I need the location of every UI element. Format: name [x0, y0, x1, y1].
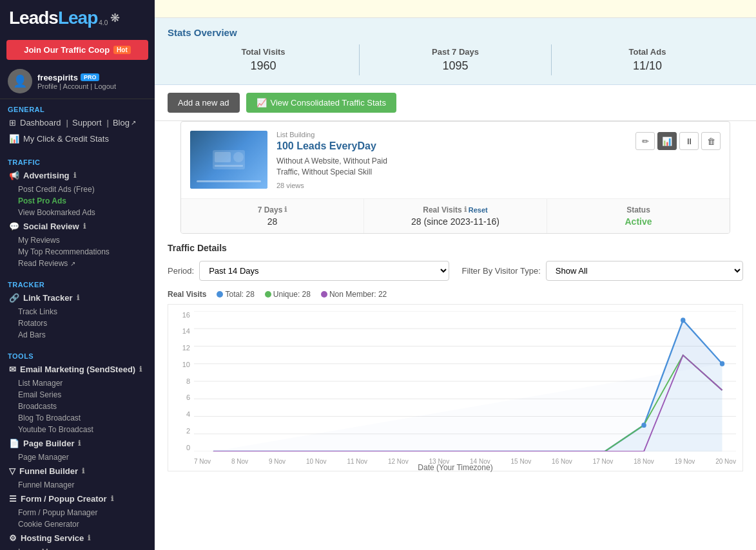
sidebar-sub-post-pro[interactable]: Post Pro Ads	[0, 195, 155, 207]
sidebar-item-email-marketing[interactable]: ✉ Email Marketing (SendSteed) ℹ	[0, 361, 155, 377]
sidebar-sub-blog-broadcast[interactable]: Blog To Broadcast	[0, 412, 155, 424]
reset-link[interactable]: Reset	[469, 206, 488, 214]
account-link[interactable]: Account	[63, 82, 89, 90]
legend-total: Total: 28	[217, 290, 254, 299]
add-new-ad-button[interactable]: Add a new ad	[168, 93, 240, 113]
action-bar: Add a new ad 📈 View Consolidated Traffic…	[155, 85, 756, 121]
sidebar-item-click-stats[interactable]: 📊 My Click & Credit Stats	[0, 131, 155, 147]
sidebar-sub-broadcasts[interactable]: Broadcasts	[0, 401, 155, 412]
edit-ad-button[interactable]: ✏	[635, 132, 655, 150]
delete-ad-button[interactable]: 🗑	[701, 132, 721, 150]
legend-nonmember: Non Member: 22	[321, 290, 387, 299]
logo-flower-icon: ❋	[110, 11, 120, 25]
sidebar-sub-page-manager[interactable]: Page Manager	[0, 451, 155, 463]
pause-ad-button[interactable]: ⏸	[679, 132, 699, 150]
info-icon-funnel: ℹ	[82, 467, 84, 475]
sidebar-item-social-review[interactable]: 💬 Social Review ℹ	[0, 218, 155, 234]
ad-info: List Building 100 Leads EveryDay Without…	[276, 131, 626, 189]
real-visits-legend-label: Real Visits	[168, 290, 206, 299]
traffic-section: Traffic Details Period: Past 14 Days Pas…	[155, 234, 756, 480]
period-select[interactable]: Past 14 Days Past 7 Days Past 30 Days Pa…	[199, 261, 449, 281]
sidebar-sub-read-reviews[interactable]: Read Reviews ↗	[0, 258, 155, 269]
sidebar-item-hosting[interactable]: ⚙ Hosting Service ℹ	[0, 530, 155, 546]
svg-point-14	[681, 318, 685, 323]
view-traffic-button[interactable]: 📈 View Consolidated Traffic Stats	[246, 93, 396, 113]
sidebar-sub-top-rec[interactable]: My Top Recommendations	[0, 246, 155, 258]
visitor-type-filter: Filter By Visitor Type: Show All Members…	[462, 261, 744, 281]
section-traffic: Traffic	[0, 155, 155, 167]
sidebar-sub-track-links[interactable]: Track Links	[0, 306, 155, 318]
chart-icon: 📊	[9, 134, 19, 144]
user-info: freespirits PRO Profile | Account | Logo…	[37, 73, 147, 90]
ad-stats-row: 7 Days ℹ 28 Real Visits ℹ Reset 28 (sinc…	[181, 198, 730, 233]
coop-button[interactable]: Join Our Traffic Coop Hot	[6, 40, 148, 60]
sidebar-sub-bookmarked[interactable]: View Bookmarked Ads	[0, 207, 155, 218]
advertising-icon: 📢	[9, 171, 19, 180]
form-icon: ☰	[9, 494, 17, 504]
chart-y-axis: 1614121086420	[168, 311, 193, 451]
nonmember-dot	[321, 291, 327, 298]
info-icon-email: ℹ	[139, 365, 142, 374]
legend-unique: Unique: 28	[265, 290, 311, 299]
stat-total-ads: Total Ads 11/10	[552, 44, 743, 75]
user-section: 👤 freespirits PRO Profile | Account | Lo…	[0, 64, 155, 99]
ad-views: 28 views	[276, 182, 626, 189]
sidebar-item-link-tracker[interactable]: 🔗 Link Tracker ℹ	[0, 290, 155, 306]
sidebar-sub-youtube-broadcast[interactable]: Youtube To Broadcast	[0, 424, 155, 435]
svg-point-15	[720, 361, 724, 366]
funnel-icon: ▽	[9, 466, 15, 476]
sidebar-sub-rotators[interactable]: Rotators	[0, 318, 155, 329]
info-icon-form: ℹ	[111, 495, 113, 503]
sidebar-sub-my-reviews[interactable]: My Reviews	[0, 234, 155, 246]
stats-row: Total Visits 1960 Past 7 Days 1095 Total…	[168, 44, 743, 75]
ad-card-top: List Building 100 Leads EveryDay Without…	[181, 122, 730, 198]
info-icon-hosting: ℹ	[88, 534, 90, 542]
stats-ad-button[interactable]: 📊	[657, 132, 677, 150]
sidebar-sub-post-credit[interactable]: Post Credit Ads (Free)	[0, 184, 155, 195]
visitor-type-select[interactable]: Show All Members Only Non Members Only	[546, 261, 743, 281]
status-value: Active	[547, 216, 730, 227]
sidebar-item-form-creator[interactable]: ☰ Form / Popup Creator ℹ	[0, 491, 155, 507]
stat-total-visits: Total Visits 1960	[168, 44, 360, 75]
period-label: Period:	[168, 266, 194, 276]
svg-point-2	[233, 152, 244, 162]
ad-title[interactable]: 100 Leads EveryDay	[276, 140, 626, 152]
stats-overview-title: Stats Overview	[168, 27, 743, 38]
ad-category: List Building	[276, 131, 626, 138]
avatar: 👤	[8, 69, 32, 93]
sidebar: LeadsLeap 4.0 ❋ Join Our Traffic Coop Ho…	[0, 0, 155, 550]
sidebar-item-dashboard[interactable]: ⊞ Dashboard | Support | Blog ↗	[0, 115, 155, 131]
sidebar-sub-form-manager[interactable]: Form / Popup Manager	[0, 507, 155, 518]
info-icon: ℹ	[73, 171, 76, 180]
stat-7days: 7 Days ℹ 28	[181, 199, 364, 233]
profile-link[interactable]: Profile	[37, 82, 57, 90]
sidebar-sub-list-manager[interactable]: List Manager	[0, 377, 155, 389]
logo-icon: LeadsLeap	[9, 8, 97, 28]
svg-rect-3	[215, 165, 243, 167]
unique-dot	[265, 291, 271, 298]
info-icon-7days: ℹ	[284, 205, 287, 214]
sidebar-sub-funnel-manager[interactable]: Funnel Manager	[0, 479, 155, 491]
sidebar-sub-email-series[interactable]: Email Series	[0, 389, 155, 401]
stats-overview: Stats Overview Total Visits 1960 Past 7 …	[155, 18, 756, 85]
external-icon: ↗	[131, 119, 136, 126]
traffic-details-title: Traffic Details	[168, 243, 743, 253]
coop-label: Join Our Traffic Coop	[24, 45, 110, 55]
sidebar-item-blog[interactable]: Blog ↗	[113, 118, 136, 128]
sidebar-sub-image-manager[interactable]: Image Manager	[0, 546, 155, 550]
sidebar-item-funnel-builder[interactable]: ▽ Funnel Builder ℹ	[0, 463, 155, 479]
hot-badge: Hot	[113, 46, 131, 54]
section-tools: Tools	[0, 348, 155, 361]
sidebar-item-support[interactable]: Support	[72, 118, 102, 128]
sidebar-sub-cookie-gen[interactable]: Cookie Generator	[0, 518, 155, 530]
ad-card: List Building 100 Leads EveryDay Without…	[180, 121, 730, 234]
sidebar-item-advertising[interactable]: 📢 Advertising ℹ	[0, 167, 155, 184]
chart-bar-icon: 📈	[257, 98, 267, 108]
sidebar-sub-ad-bars[interactable]: Ad Bars	[0, 329, 155, 341]
external-icon-reviews: ↗	[70, 260, 75, 267]
sidebar-item-page-builder[interactable]: 📄 Page Builder ℹ	[0, 435, 155, 451]
ad-thumb-image	[190, 131, 267, 189]
logout-link[interactable]: Logout	[94, 82, 116, 90]
email-icon: ✉	[9, 365, 16, 374]
stat-real-visits: Real Visits ℹ Reset 28 (since 2023-11-16…	[364, 199, 547, 233]
